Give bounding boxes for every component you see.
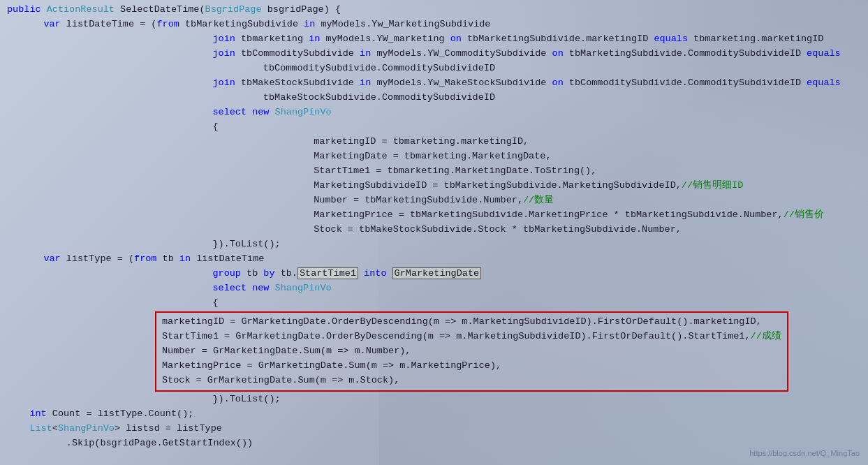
code-line: tbCommoditySubdivide.CommoditySubdivideI… xyxy=(0,61,862,76)
code-content: public ActionResult SelectDateTime(Bsgri… xyxy=(0,0,868,454)
code-line: Stock = tbMakeStockSubdivide.Stock * tbM… xyxy=(0,223,862,237)
code-line: join tbMakeStockSubdivide in myModels.Yw… xyxy=(0,76,862,91)
code-line: join tbCommoditySubdivide in myModels.YW… xyxy=(0,47,862,61)
code-line: MarketingSubdivideID = tbMarketingSubdiv… xyxy=(0,179,862,193)
code-line: StartTime1 = GrMarketingDate.OrderByDesc… xyxy=(162,330,781,344)
code-line: List<ShangPinVo> listsd = listType xyxy=(0,422,862,436)
code-line: }).ToList(); xyxy=(0,392,862,407)
code-line: Number = tbMarketingSubdivide.Number,//数… xyxy=(0,193,862,208)
code-line: MarketingPrice = GrMarketingDate.Sum(m =… xyxy=(162,359,781,374)
code-line: var listType = (from tb in listDateTime xyxy=(0,252,862,267)
code-line: MarketingDate = tbmarketing.MarketingDat… xyxy=(0,149,862,164)
code-line: }).ToList(); xyxy=(0,237,862,252)
code-line: { xyxy=(0,296,862,311)
code-line: select new ShangPinVo xyxy=(0,105,862,120)
red-border-block: marketingID = GrMarketingDate.OrderByDes… xyxy=(155,311,788,392)
code-line: public ActionResult SelectDateTime(Bsgri… xyxy=(0,3,862,17)
code-line: tbMakeStockSubdivide.CommoditySubdivideI… xyxy=(0,91,862,105)
code-line: int Count = listType.Count(); xyxy=(0,407,862,422)
code-line: StartTime1 = tbmarketing.MarketingDate.T… xyxy=(0,164,862,179)
code-line: .Skip(bsgridPage.GetStartIndex()) xyxy=(0,436,862,451)
code-container: public ActionResult SelectDateTime(Bsgri… xyxy=(0,0,868,465)
code-line: select new ShangPinVo xyxy=(0,281,862,296)
code-line: group tb by tb.StartTime1 into GrMarketi… xyxy=(0,267,862,281)
code-line: MarketingPrice = tbMarketingSubdivide.Ma… xyxy=(0,208,862,223)
code-line: Stock = GrMarketingDate.Sum(m => m.Stock… xyxy=(162,374,781,388)
code-line: var listDateTime = (from tbMarketingSubd… xyxy=(0,17,862,32)
code-line: join tbmarketing in myModels.YW_marketin… xyxy=(0,32,862,47)
code-line: { xyxy=(0,120,862,135)
code-line: marketingID = GrMarketingDate.OrderByDes… xyxy=(162,315,781,330)
code-line: Number = GrMarketingDate.Sum(m => m.Numb… xyxy=(162,344,781,359)
code-line: marketingID = tbmarketing.marketingID, xyxy=(0,135,862,149)
